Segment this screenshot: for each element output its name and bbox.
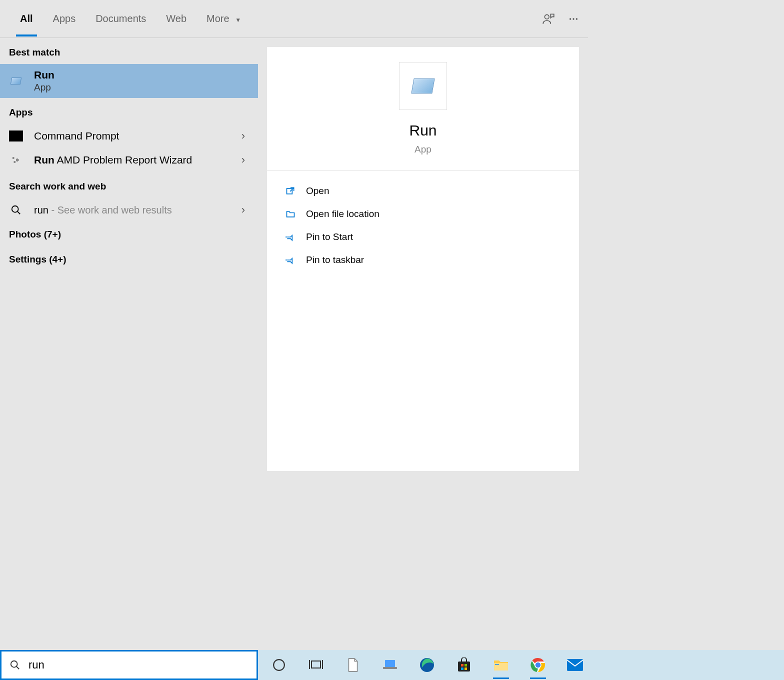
section-apps: Apps	[0, 98, 258, 124]
tab-all[interactable]: All	[10, 1, 43, 36]
web-hint: - See work and web results	[48, 204, 172, 216]
detail-subtitle: App	[414, 144, 432, 155]
result-web-search[interactable]: run - See work and web results ›	[0, 198, 258, 222]
result-title: Command Prompt	[34, 130, 238, 142]
category-settings[interactable]: Settings (4+)	[0, 247, 258, 272]
section-best-match: Best match	[0, 38, 258, 64]
action-open[interactable]: Open	[267, 180, 579, 202]
svg-point-4	[12, 206, 18, 212]
chevron-down-icon: ▼	[235, 16, 241, 24]
svg-point-3	[576, 18, 578, 20]
results-pane: Best match Run App Apps Command Prompt ›…	[0, 38, 258, 480]
tab-documents[interactable]: Documents	[86, 1, 156, 36]
svg-point-2	[572, 18, 574, 20]
filter-tabs: All Apps Documents Web More ▼	[0, 0, 588, 38]
result-run-app[interactable]: Run App	[0, 64, 258, 98]
tab-more-label: More	[206, 13, 230, 24]
chevron-right-icon[interactable]: ›	[238, 204, 249, 216]
svg-point-0	[544, 14, 549, 19]
search-icon	[9, 203, 23, 217]
svg-rect-6	[287, 188, 292, 194]
tab-more[interactable]: More ▼	[196, 1, 251, 36]
action-open-file-location[interactable]: Open file location	[267, 202, 579, 226]
action-pin-start[interactable]: Pin to Start	[267, 226, 579, 248]
action-pin-taskbar[interactable]: Pin to taskbar	[267, 248, 579, 272]
result-subtitle: App	[34, 82, 249, 93]
action-label: Open	[306, 186, 329, 196]
result-title: Run AMD Problem Report Wizard	[34, 154, 238, 166]
folder-icon	[285, 208, 296, 220]
result-title: Run	[34, 69, 249, 81]
result-amd-wizard[interactable]: Run AMD Problem Report Wizard ›	[0, 148, 258, 172]
result-command-prompt[interactable]: Command Prompt ›	[0, 124, 258, 148]
open-icon	[285, 186, 296, 196]
run-icon	[9, 74, 23, 88]
detail-title: Run	[409, 122, 436, 139]
svg-line-5	[18, 212, 20, 214]
feedback-icon[interactable]	[542, 12, 555, 26]
svg-point-1	[570, 18, 571, 20]
action-label: Pin to Start	[306, 232, 353, 242]
pin-icon	[285, 254, 296, 266]
tab-apps[interactable]: Apps	[43, 1, 86, 36]
web-query: run	[34, 204, 48, 216]
amd-icon	[9, 153, 23, 167]
pin-icon	[285, 232, 296, 242]
chevron-right-icon[interactable]: ›	[238, 154, 249, 166]
detail-pane: Run App Open Open file location	[258, 38, 588, 480]
section-search-web: Search work and web	[0, 172, 258, 198]
more-options-icon[interactable]	[568, 14, 579, 24]
chevron-right-icon[interactable]: ›	[238, 130, 249, 142]
tab-web[interactable]: Web	[156, 1, 196, 36]
category-photos[interactable]: Photos (7+)	[0, 222, 258, 247]
cmd-icon	[9, 129, 23, 143]
action-label: Pin to taskbar	[306, 254, 364, 266]
run-icon	[399, 62, 447, 110]
action-label: Open file location	[306, 208, 380, 220]
